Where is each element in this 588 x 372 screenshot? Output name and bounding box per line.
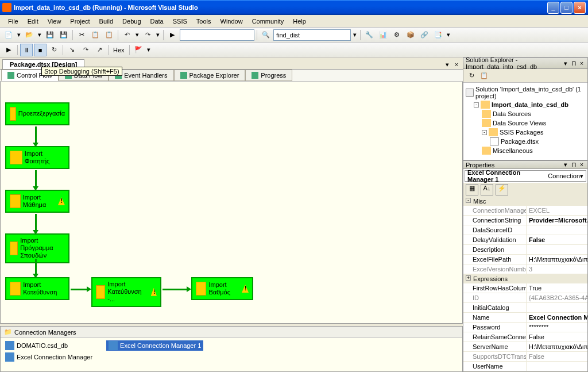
menu-tools[interactable]: Tools (192, 17, 216, 26)
prop-row[interactable]: InitialCatalog (463, 303, 587, 313)
step-into-button[interactable]: ↘ (65, 44, 78, 56)
menu-community[interactable]: Community (247, 17, 289, 26)
prop-row[interactable]: ConnectionManagerTyEXCEL (463, 206, 587, 216)
prop-row[interactable]: DataSourceID (463, 225, 587, 235)
step-out-button[interactable]: ↗ (93, 44, 106, 56)
close-icon[interactable]: × (578, 60, 585, 67)
category-misc[interactable]: -Misc (463, 197, 587, 206)
task-import-student[interactable]: Import Φοιτητής (5, 146, 69, 169)
run-button[interactable]: ▶ (166, 29, 179, 41)
refresh-button[interactable]: ↻ (466, 70, 477, 82)
dsviews-node[interactable]: Data Source Views (482, 118, 585, 128)
prop-value[interactable] (527, 303, 587, 312)
task-import-grade[interactable]: Import Βαθμός (191, 277, 253, 300)
new-button[interactable]: 📄 (2, 29, 15, 41)
prop-row[interactable]: FirstRowHasColumnNaTrue (463, 283, 587, 293)
showall-button[interactable]: 📋 (478, 70, 490, 82)
prop-row[interactable]: DelayValidationFalse (463, 235, 587, 245)
cut-button[interactable]: ✂ (75, 29, 88, 41)
prop-row[interactable]: ExcelFilePathH:\Μεταπτυχιακό\Διπλωματική (463, 255, 587, 264)
prop-value[interactable] (527, 225, 587, 235)
expand-icon[interactable]: + (466, 275, 471, 281)
prop-value[interactable]: H:\Μεταπτυχιακό\Διπλωματική (527, 255, 587, 264)
tab-package-explorer[interactable]: Package Explorer (174, 70, 246, 81)
collapse-icon[interactable]: - (466, 198, 471, 203)
new-dropdown[interactable]: ▾ (16, 31, 22, 39)
paste-button[interactable]: 📋 (103, 29, 115, 41)
task-import-direction[interactable]: Import Κατεύθυνση (5, 277, 69, 300)
prop-value[interactable] (527, 245, 587, 254)
task-preprocess[interactable]: Προεπεξεργασία (5, 102, 69, 125)
tb-dropdown[interactable]: ▾ (446, 31, 451, 39)
task-import-program[interactable]: Import Πρόγραμμα Σπουδών (5, 233, 69, 263)
step-over-button[interactable]: ↷ (79, 44, 92, 56)
config-combo[interactable] (180, 29, 254, 41)
menu-help[interactable]: Help (288, 17, 311, 26)
tb-c[interactable]: ⚙ (390, 29, 403, 41)
prop-row[interactable]: UserName (463, 362, 587, 371)
misc-node[interactable]: Miscellaneous (482, 146, 585, 155)
menu-project[interactable]: Project (65, 17, 94, 26)
collapse-icon[interactable]: - (482, 130, 487, 135)
prop-value[interactable]: True (527, 283, 587, 293)
pin-icon[interactable]: ⊓ (570, 60, 577, 67)
open-dropdown[interactable]: ▾ (37, 31, 42, 39)
menu-data[interactable]: Data (146, 17, 168, 26)
prop-expressions[interactable]: +Expressions (463, 274, 587, 283)
prop-value[interactable]: H:\Μεταπτυχιακό\Διπλωματική (527, 342, 587, 351)
prop-value[interactable]: False (527, 332, 587, 342)
task-import-course[interactable]: Import Μάθημα (5, 190, 69, 213)
prop-row[interactable]: RetainSameConnectionFalse (463, 332, 587, 342)
breakpoints-button[interactable]: 🚩 (132, 44, 145, 56)
menu-file[interactable]: File (3, 17, 23, 26)
redo-button[interactable]: ↷ (141, 29, 154, 41)
maximize-button[interactable]: □ (560, 2, 572, 14)
stop-button[interactable]: ■ (34, 44, 47, 56)
property-object-selector[interactable]: Excel Connection Manager 1 Connection▾ (465, 170, 586, 182)
continue-button[interactable]: ▶ (2, 44, 15, 56)
conn-excel[interactable]: Excel Connection Manager (3, 352, 95, 362)
prop-row[interactable]: ExcelVersionNumber3 (463, 264, 587, 274)
package-dtsx-node[interactable]: Package.dtsx (490, 137, 585, 146)
tab-close-icon[interactable]: × (452, 61, 461, 69)
close-button[interactable]: × (574, 2, 586, 14)
tb-b[interactable]: 📊 (377, 29, 389, 41)
menu-view[interactable]: View (43, 17, 66, 26)
datasources-node[interactable]: Data Sources (482, 109, 585, 118)
tab-dropdown-icon[interactable]: ▾ (443, 61, 451, 69)
menu-edit[interactable]: Edit (23, 17, 43, 26)
menu-debug[interactable]: Debug (118, 17, 145, 26)
prop-row[interactable]: ID{4EA63B2C-A365-4A3D-9B44- (463, 293, 587, 303)
undo-dropdown[interactable]: ▾ (134, 31, 140, 39)
conn-domatio[interactable]: DOMATIO.csd_db (3, 340, 95, 351)
prop-row[interactable]: Password******** (463, 323, 587, 332)
collapse-icon[interactable]: - (474, 102, 479, 108)
prop-row[interactable]: ServerNameH:\Μεταπτυχιακό\Διπλωματική (463, 342, 587, 352)
project-node[interactable]: -Import_data_into_csd_db (474, 100, 585, 109)
find-in-files-icon[interactable]: 🔍 (260, 29, 272, 41)
prop-row[interactable]: SupportsDTCTransactiFalse (463, 352, 587, 362)
dropdown-icon[interactable]: ▾ (580, 172, 583, 180)
copy-button[interactable]: 📋 (89, 29, 102, 41)
prop-row[interactable]: NameExcel Connection Manager (463, 313, 587, 323)
tb-a[interactable]: 🔧 (363, 29, 376, 41)
design-canvas[interactable]: Προεπεξεργασία Import Φοιτητής Import Μά… (0, 82, 463, 324)
task-import-direction2[interactable]: Import Κατεύθυνση -... (91, 277, 161, 307)
close-icon[interactable]: × (578, 161, 585, 168)
bp-dropdown[interactable]: ▾ (146, 46, 152, 53)
tb-e[interactable]: 🔗 (418, 29, 431, 41)
tb-d[interactable]: 📦 (404, 29, 417, 41)
find-combo[interactable]: find_dist (273, 29, 351, 41)
menu-ssis[interactable]: SSIS (168, 17, 192, 26)
redo-dropdown[interactable]: ▾ (155, 31, 161, 39)
prop-value[interactable]: False (527, 235, 587, 244)
find-dropdown[interactable]: ▾ (352, 31, 358, 39)
saveall-button[interactable]: 💾 (57, 29, 70, 41)
pin-icon[interactable]: ⊓ (570, 161, 577, 168)
pause-button[interactable]: ⏸ (20, 44, 33, 56)
prop-value[interactable]: Provider=Microsoft.Jet.Ol (527, 216, 587, 225)
prop-value[interactable] (527, 362, 587, 371)
alpha-button[interactable]: A↓ (481, 184, 493, 195)
dropdown-icon[interactable]: ▾ (562, 60, 569, 67)
events-button[interactable]: ⚡ (496, 184, 508, 195)
